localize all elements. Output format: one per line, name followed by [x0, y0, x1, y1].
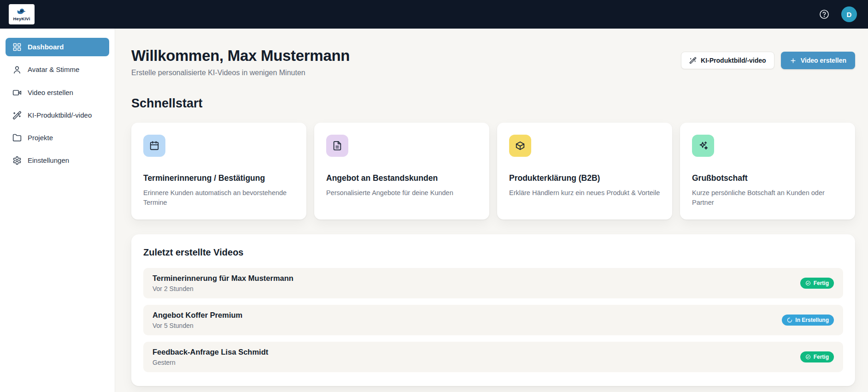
- help-icon: [819, 9, 830, 20]
- sidebar: Dashboard Avatar & Stimme Video erstelle…: [0, 29, 115, 392]
- help-button[interactable]: [817, 7, 831, 21]
- user-avatar[interactable]: D: [841, 6, 857, 22]
- card-title: Terminerinnerung / Bestätigung: [143, 173, 294, 183]
- card-title: Produkterklärung (B2B): [509, 173, 660, 183]
- top-bar: HeyKIVi D: [0, 0, 868, 29]
- card-description: Erinnere Kunden automatisch an bevorsteh…: [143, 188, 294, 208]
- video-title: Angebot Koffer Premium: [152, 311, 242, 320]
- button-label: Video erstellen: [801, 57, 846, 64]
- folder-icon: [12, 133, 22, 143]
- status-badge: Fertig: [800, 351, 834, 362]
- main-content: Willkommen, Max Mustermann Erstelle pers…: [115, 29, 868, 392]
- sidebar-item-label: Einstellungen: [28, 156, 69, 165]
- status-label: Fertig: [814, 280, 829, 286]
- package-icon: [509, 135, 531, 157]
- magic-wand-icon: [12, 111, 22, 120]
- check-circle-icon: [805, 280, 811, 286]
- recent-videos-panel: Zuletzt erstellte Videos Terminerinnerun…: [131, 234, 855, 386]
- video-camera-icon: [12, 88, 22, 97]
- spinner-icon: [787, 317, 792, 323]
- check-circle-icon: [805, 354, 811, 360]
- quickstart-heading: Schnellstart: [131, 96, 855, 111]
- avatar-initial: D: [847, 11, 852, 18]
- video-time: Vor 5 Stunden: [152, 322, 242, 329]
- quickstart-card-grussbotschaft[interactable]: Grußbotschaft Kurze persönliche Botschaf…: [680, 123, 855, 220]
- status-label: In Erstellung: [795, 317, 829, 323]
- sidebar-item-label: Avatar & Stimme: [28, 65, 79, 74]
- dashboard-grid-icon: [12, 42, 22, 52]
- brand-name: HeyKIVi: [13, 16, 30, 21]
- video-title: Terminerinnerung für Max Mustermann: [152, 274, 293, 283]
- status-badge: In Erstellung: [782, 315, 834, 326]
- status-label: Fertig: [814, 354, 829, 360]
- person-icon: [12, 65, 22, 74]
- plus-icon: [790, 57, 797, 64]
- quickstart-card-produkterklaerung[interactable]: Produkterklärung (B2B) Erkläre Händlern …: [497, 123, 672, 220]
- quickstart-card-angebot[interactable]: Angebot an Bestandskunden Personalisiert…: [314, 123, 489, 220]
- video-row[interactable]: Terminerinnerung für Max Mustermann Vor …: [143, 268, 843, 298]
- page-title: Willkommen, Max Mustermann: [131, 47, 350, 65]
- sidebar-item-label: Video erstellen: [28, 88, 73, 97]
- quickstart-card-terminerinnerung[interactable]: Terminerinnerung / Bestätigung Erinnere …: [131, 123, 306, 220]
- video-time: Vor 2 Stunden: [152, 285, 293, 292]
- sidebar-item-avatar-stimme[interactable]: Avatar & Stimme: [6, 60, 109, 79]
- calendar-icon: [143, 135, 165, 157]
- card-description: Erkläre Händlern kurz ein neues Produkt …: [509, 188, 660, 198]
- magic-wand-icon: [689, 57, 697, 64]
- video-time: Gestern: [152, 359, 268, 366]
- card-title: Grußbotschaft: [692, 173, 843, 183]
- video-row[interactable]: Feedback-Anfrage Lisa Schmidt Gestern Fe…: [143, 342, 843, 372]
- card-description: Personalisierte Angebote für deine Kunde…: [326, 188, 477, 198]
- bird-logo-icon: [16, 7, 27, 16]
- ki-produktbild-video-button[interactable]: KI-Produktbild/-video: [681, 52, 774, 69]
- sidebar-item-dashboard[interactable]: Dashboard: [6, 38, 109, 56]
- sidebar-item-ki-produktbild[interactable]: KI-Produktbild/-video: [6, 106, 109, 125]
- card-description: Kurze persönliche Botschaft an Kunden od…: [692, 188, 843, 208]
- recent-videos-heading: Zuletzt erstellte Videos: [143, 247, 843, 258]
- gear-icon: [12, 156, 22, 165]
- sidebar-item-video-erstellen[interactable]: Video erstellen: [6, 83, 109, 102]
- button-label: KI-Produktbild/-video: [701, 57, 766, 64]
- sidebar-item-einstellungen[interactable]: Einstellungen: [6, 151, 109, 170]
- quickstart-cards: Terminerinnerung / Bestätigung Erinnere …: [131, 123, 855, 220]
- document-icon: [326, 135, 348, 157]
- sparkles-icon: [692, 135, 714, 157]
- card-title: Angebot an Bestandskunden: [326, 173, 477, 183]
- video-title: Feedback-Anfrage Lisa Schmidt: [152, 348, 268, 356]
- sidebar-item-label: Dashboard: [28, 42, 64, 52]
- video-row[interactable]: Angebot Koffer Premium Vor 5 Stunden In …: [143, 305, 843, 335]
- sidebar-item-label: Projekte: [28, 133, 53, 143]
- page-subtitle: Erstelle personalisierte KI-Videos in we…: [131, 69, 350, 77]
- video-erstellen-button[interactable]: Video erstellen: [781, 52, 855, 69]
- app-logo: HeyKIVi: [9, 4, 35, 24]
- sidebar-item-label: KI-Produktbild/-video: [28, 111, 92, 120]
- sidebar-item-projekte[interactable]: Projekte: [6, 129, 109, 147]
- status-badge: Fertig: [800, 278, 834, 289]
